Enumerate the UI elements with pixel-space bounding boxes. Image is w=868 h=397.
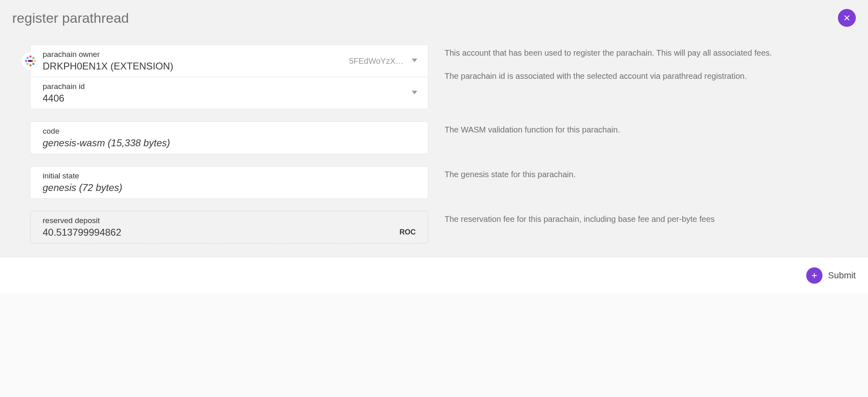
initial-state-label: initial state: [43, 171, 416, 180]
deposit-help-text: The reservation fee for this parachain, …: [445, 211, 852, 243]
account-avatar-icon: [22, 52, 39, 70]
parachain-id-field[interactable]: parachain id 4406: [30, 77, 428, 109]
submit-button[interactable]: Submit: [806, 267, 856, 284]
parachain-id-value: 4406: [43, 93, 416, 104]
code-label: code: [43, 127, 416, 136]
owner-id-help: This account that has been used to regis…: [445, 45, 852, 109]
plus-icon: [806, 267, 822, 284]
deposit-unit: ROC: [399, 228, 416, 236]
parachain-id-label: parachain id: [43, 82, 416, 91]
svg-point-5: [25, 60, 27, 62]
owner-id-left: parachain owner DRKPH0EN1X (EXTENSION) 5…: [30, 45, 428, 109]
deposit-row: reserved deposit 40.513799994862 ROC The…: [30, 211, 852, 243]
initial-state-value: genesis (72 bytes): [43, 182, 416, 193]
chevron-down-icon: [412, 58, 417, 65]
svg-point-3: [26, 57, 28, 59]
parachain-id-help-text: The parachain id is associated with the …: [445, 70, 852, 82]
svg-point-4: [33, 57, 35, 59]
deposit-value: 40.513799994862: [43, 227, 416, 238]
deposit-label: reserved deposit: [43, 216, 416, 225]
close-button[interactable]: [838, 9, 856, 27]
code-help-text: The WASM validation function for this pa…: [445, 121, 852, 154]
owner-address-short: 5FEdWoYzX…: [349, 56, 404, 66]
modal-header: register parathread: [12, 9, 856, 27]
modal-container: register parathread: [0, 0, 868, 258]
form-area: parachain owner DRKPH0EN1X (EXTENSION) 5…: [12, 45, 856, 243]
owner-id-row: parachain owner DRKPH0EN1X (EXTENSION) 5…: [30, 45, 852, 109]
svg-point-11: [29, 64, 31, 66]
code-value: genesis-wasm (15,338 bytes): [43, 137, 416, 149]
svg-point-12: [29, 60, 31, 62]
parachain-owner-field[interactable]: parachain owner DRKPH0EN1X (EXTENSION) 5…: [30, 45, 428, 77]
close-icon: [843, 14, 851, 22]
reserved-deposit-field: reserved deposit 40.513799994862 ROC: [30, 211, 428, 243]
code-field[interactable]: code genesis-wasm (15,338 bytes): [30, 121, 428, 154]
initial-state-help-text: The genesis state for this parachain.: [445, 166, 852, 199]
svg-point-10: [33, 63, 35, 65]
modal-title: register parathread: [12, 10, 129, 26]
code-row: code genesis-wasm (15,338 bytes) The WAS…: [30, 121, 852, 154]
owner-help-text: This account that has been used to regis…: [445, 47, 852, 59]
svg-point-2: [29, 56, 31, 58]
svg-point-8: [34, 60, 36, 62]
initial-state-field[interactable]: initial state genesis (72 bytes): [30, 166, 428, 199]
chevron-down-icon: [412, 90, 417, 97]
svg-point-9: [26, 63, 28, 65]
initial-state-row: initial state genesis (72 bytes) The gen…: [30, 166, 852, 199]
submit-label: Submit: [828, 270, 856, 281]
modal-footer: Submit: [0, 258, 868, 293]
